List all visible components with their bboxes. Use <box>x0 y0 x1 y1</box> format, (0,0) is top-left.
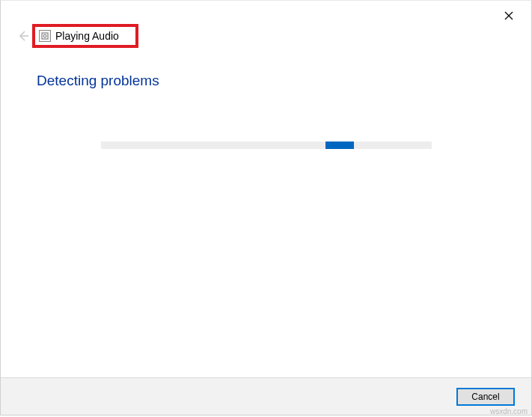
close-button[interactable] <box>494 5 524 26</box>
progress-container <box>37 141 495 149</box>
svg-point-4 <box>43 34 46 37</box>
back-button <box>16 28 31 43</box>
close-icon <box>504 11 513 20</box>
title-highlight-box: Playing Audio <box>32 24 138 48</box>
content-area: Detecting problems <box>1 47 531 377</box>
status-heading: Detecting problems <box>37 73 495 89</box>
footer: Cancel <box>1 377 531 415</box>
header-row: Playing Audio <box>1 25 531 47</box>
back-arrow-icon <box>16 29 30 43</box>
progress-chunk <box>325 141 354 149</box>
diagnostic-icon <box>39 30 51 42</box>
svg-rect-3 <box>42 33 48 39</box>
watermark: wsxdn.com <box>490 407 528 416</box>
troubleshooter-window: Playing Audio Detecting problems Cancel <box>0 0 532 416</box>
troubleshooter-title: Playing Audio <box>55 30 119 42</box>
cancel-button[interactable]: Cancel <box>456 388 515 406</box>
titlebar <box>1 1 531 26</box>
progress-bar <box>101 141 432 149</box>
